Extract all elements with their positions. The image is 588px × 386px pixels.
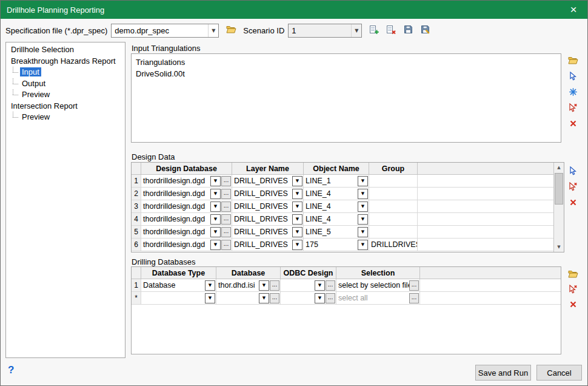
chevron-down-icon[interactable]: ▼ [358, 240, 368, 250]
chevron-down-icon[interactable]: ▼ [208, 24, 218, 37]
group-cell[interactable] [369, 213, 418, 225]
object-name-cell[interactable]: 175 ▼ [304, 239, 369, 251]
layer-name-cell[interactable]: DRILL_DRIVES ▼ [232, 200, 304, 212]
browse-button[interactable]: ... [409, 280, 419, 291]
browse-spec-file-button[interactable] [224, 23, 238, 38]
database-type-cell[interactable]: Database ▼ [141, 279, 216, 291]
group-cell[interactable] [369, 175, 418, 187]
tree-item-output[interactable]: Output [6, 78, 125, 90]
help-icon[interactable]: ? [8, 364, 14, 376]
chevron-down-icon[interactable]: ▼ [259, 280, 269, 291]
group-cell[interactable] [369, 188, 418, 200]
scenario-id-combobox[interactable]: 1 ▼ [288, 24, 362, 38]
chevron-down-icon[interactable]: ▼ [358, 227, 368, 237]
chevron-down-icon[interactable]: ▼ [210, 189, 221, 199]
spec-file-combobox[interactable]: demo.dpr_spec ▼ [111, 24, 219, 38]
layer-name-cell[interactable]: DRILL_DRIVES ▼ [232, 175, 304, 187]
pick-cursor-icon[interactable] [567, 166, 579, 176]
chevron-down-icon[interactable]: ▼ [358, 189, 368, 199]
browse-button[interactable]: ... [326, 293, 335, 303]
design-database-cell[interactable]: thordrilldesign.dgd ▼ ... [141, 188, 232, 200]
odbc-design-cell[interactable]: ▼ ... [281, 279, 336, 291]
open-folder-icon[interactable] [567, 269, 579, 279]
selection-cell[interactable]: select by selection file ... [336, 279, 420, 291]
design-database-cell[interactable]: thordrilldesign.dgd ▼ ... [141, 226, 232, 238]
chevron-down-icon[interactable]: ▼ [210, 240, 221, 250]
database-cell[interactable]: thor.dhd.isi ▼ ... [216, 279, 281, 291]
scrollbar-thumb[interactable] [555, 173, 563, 205]
browse-button[interactable]: ... [326, 280, 335, 291]
database-cell[interactable]: ▼ ... [216, 292, 281, 304]
row-number[interactable]: 1 [132, 175, 141, 187]
chevron-down-icon[interactable]: ▼ [292, 176, 302, 186]
row-number[interactable]: 1 [132, 279, 141, 291]
chevron-down-icon[interactable]: ▼ [292, 214, 302, 225]
browse-button[interactable]: ... [221, 240, 231, 250]
row-number[interactable]: 2 [132, 188, 141, 200]
odbc-design-cell[interactable]: ▼ ... [281, 292, 336, 304]
save-scenario-button[interactable] [401, 23, 415, 38]
chevron-down-icon[interactable]: ▼ [315, 293, 325, 303]
chevron-down-icon[interactable]: ▼ [358, 176, 368, 186]
scroll-down-button[interactable]: ▼ [554, 242, 564, 252]
save-and-run-button[interactable]: Save and Run [475, 365, 531, 381]
chevron-down-icon[interactable]: ▼ [292, 189, 302, 199]
group-cell[interactable] [369, 200, 418, 212]
object-name-cell[interactable]: LINE_4 ▼ [304, 188, 369, 200]
chevron-down-icon[interactable]: ▼ [358, 201, 368, 212]
object-name-cell[interactable]: LINE_5 ▼ [304, 226, 369, 238]
input-triangulations-list[interactable]: Triangulations DriveSolid.00t [131, 53, 561, 143]
chevron-down-icon[interactable]: ▼ [210, 176, 221, 186]
selection-cell[interactable]: select all ... [336, 292, 420, 304]
chevron-down-icon[interactable]: ▼ [210, 201, 221, 212]
unpick-cursor-icon[interactable] [567, 103, 579, 113]
tree-item-intersection-report[interactable]: Intersection Report [6, 101, 125, 112]
tree-item-breakthrough-hazards-report[interactable]: Breakthrough Hazards Report [6, 56, 125, 67]
chevron-down-icon[interactable]: ▼ [210, 214, 221, 225]
cancel-button[interactable]: Cancel [536, 365, 582, 381]
chevron-down-icon[interactable]: ▼ [358, 214, 368, 225]
unpick-cursor-icon[interactable] [567, 181, 579, 192]
tree-item-drillhole-selection[interactable]: Drillhole Selection [6, 44, 125, 56]
remove-x-icon[interactable] [567, 118, 579, 129]
row-number[interactable]: 4 [132, 213, 141, 225]
remove-x-icon[interactable] [567, 197, 579, 208]
layer-name-cell[interactable]: DRILL_DRIVES ▼ [232, 188, 304, 200]
chevron-down-icon[interactable]: ▼ [210, 227, 221, 237]
pick-cursor-icon[interactable] [567, 71, 579, 81]
design-database-cell[interactable]: thordrilldesign.dgd ▼ ... [141, 213, 232, 225]
chevron-down-icon[interactable]: ▼ [292, 201, 302, 212]
browse-button[interactable]: ... [221, 176, 231, 186]
chevron-down-icon[interactable]: ▼ [292, 240, 302, 250]
open-folder-icon[interactable] [567, 55, 579, 66]
tree-item-preview-breakthrough[interactable]: Preview [6, 89, 125, 101]
new-scenario-button[interactable] [367, 23, 381, 38]
browse-button[interactable]: ... [221, 214, 231, 225]
object-name-cell[interactable]: LINE_4 ▼ [304, 200, 369, 212]
group-cell[interactable] [369, 226, 418, 238]
layer-name-cell[interactable]: DRILL_DRIVES ▼ [232, 239, 304, 251]
layer-name-cell[interactable]: DRILL_DRIVES ▼ [232, 226, 304, 238]
database-type-cell[interactable]: ▼ [141, 292, 216, 304]
browse-button[interactable]: ... [221, 227, 231, 237]
titlebar[interactable]: Drillhole Planning Reporting × [1, 1, 587, 19]
row-number[interactable]: 6 [132, 239, 141, 251]
tree-item-preview-intersection[interactable]: Preview [6, 112, 125, 123]
row-number[interactable]: 3 [132, 200, 141, 212]
chevron-down-icon[interactable]: ▼ [205, 293, 215, 303]
layer-name-cell[interactable]: DRILL_DRIVES ▼ [232, 213, 304, 225]
unpick-cursor-icon[interactable] [567, 284, 579, 294]
design-database-cell[interactable]: thordrilldesign.dgd ▼ ... [141, 175, 232, 187]
chevron-down-icon[interactable]: ▼ [292, 227, 302, 237]
tree-item-input[interactable]: Input [6, 67, 125, 78]
chevron-down-icon[interactable]: ▼ [315, 280, 325, 291]
browse-button[interactable]: ... [221, 201, 231, 212]
browse-button[interactable]: ... [270, 280, 279, 291]
row-number[interactable]: * [132, 292, 141, 304]
triangulations-group-item[interactable]: Triangulations [136, 56, 556, 68]
save-as-scenario-button[interactable] [418, 23, 432, 38]
remove-x-icon[interactable] [567, 299, 579, 310]
object-name-cell[interactable]: LINE_4 ▼ [304, 213, 369, 225]
chevron-down-icon[interactable]: ▼ [205, 280, 215, 291]
close-button[interactable]: × [566, 2, 581, 18]
